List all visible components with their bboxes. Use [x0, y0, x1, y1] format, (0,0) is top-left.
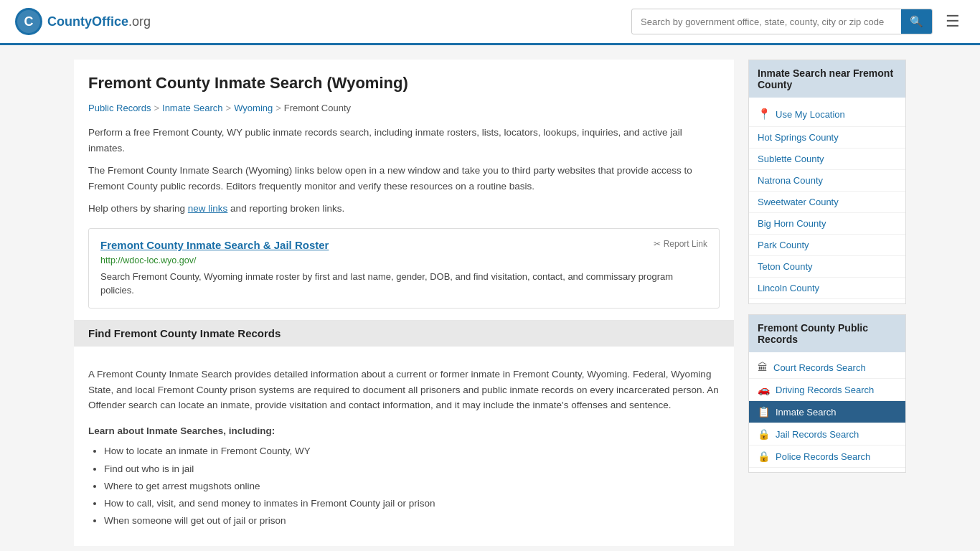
public-records-section-header: Fremont County Public Records	[749, 315, 905, 352]
link-card-title[interactable]: Fremont County Inmate Search & Jail Rost…	[100, 239, 329, 251]
public-records-section: Fremont County Public Records 🏛 Court Re…	[748, 314, 906, 473]
nearby-teton-county[interactable]: Teton County	[749, 256, 905, 278]
public-records-police-search[interactable]: 🔒 Police Records Search	[749, 446, 905, 468]
clipboard-icon: 📋	[758, 406, 770, 418]
nearby-park-county[interactable]: Park County	[749, 235, 905, 256]
find-records-description: A Fremont County Inmate Search provides …	[88, 367, 720, 413]
bullet-item: When someone will get out of jail or pri…	[104, 514, 720, 528]
police-icon: 🔒	[758, 451, 770, 462]
page-title: Fremont County Inmate Search (Wyoming)	[88, 74, 720, 93]
location-pin-icon: 📍	[758, 108, 771, 121]
sidebar: Inmate Search near Fremont County 📍 Use …	[748, 60, 906, 546]
description-paragraph-1: Perform a free Fremont County, WY public…	[88, 125, 720, 156]
link-card-header: Fremont County Inmate Search & Jail Rost…	[100, 239, 707, 251]
site-header: C CountyOffice.org 🔍 ☰	[0, 0, 980, 45]
description-paragraph-3: Help others by sharing new links and rep…	[88, 201, 720, 217]
public-records-section-body: 🏛 Court Records Search 🚗 Driving Records…	[749, 352, 905, 472]
learn-subheading: Learn about Inmate Searches, including:	[88, 423, 720, 439]
court-icon: 🏛	[758, 362, 768, 373]
public-records-jail-search[interactable]: 🔒 Jail Records Search	[749, 423, 905, 446]
nearby-hot-springs-county[interactable]: Hot Springs County	[749, 127, 905, 149]
public-records-inmate-search[interactable]: 📋 Inmate Search	[749, 401, 905, 423]
bullet-item: How to locate an inmate in Fremont Count…	[104, 444, 720, 458]
breadcrumb-fremont-county: Fremont County	[284, 103, 351, 113]
description-paragraph-2: The Fremont County Inmate Search (Wyomin…	[88, 163, 720, 194]
bullet-item: Find out who is in jail	[104, 462, 720, 476]
header-right: 🔍 ☰	[631, 9, 966, 34]
nearby-sweetwater-county[interactable]: Sweetwater County	[749, 192, 905, 213]
use-my-location-link[interactable]: 📍 Use My Location	[749, 102, 905, 127]
learn-bullet-list: How to locate an inmate in Fremont Count…	[88, 444, 720, 528]
breadcrumb-inmate-search[interactable]: Inmate Search	[162, 103, 223, 113]
logo-area: C CountyOffice.org	[14, 7, 151, 36]
report-icon: ✂	[654, 239, 661, 249]
lock-icon: 🔒	[758, 428, 770, 440]
search-button[interactable]: 🔍	[901, 9, 932, 34]
link-card: Fremont County Inmate Search & Jail Rost…	[88, 228, 720, 309]
logo-text: CountyOffice.org	[47, 14, 151, 29]
nearby-section: Inmate Search near Fremont County 📍 Use …	[748, 60, 906, 304]
svg-text:C: C	[24, 14, 34, 29]
bullet-item: Where to get arrest mugshots online	[104, 479, 720, 494]
new-links-link[interactable]: new links	[188, 203, 228, 214]
breadcrumb-wyoming[interactable]: Wyoming	[234, 103, 273, 113]
car-icon: 🚗	[758, 384, 770, 395]
search-bar: 🔍	[631, 9, 933, 34]
nearby-lincoln-county[interactable]: Lincoln County	[749, 278, 905, 299]
nearby-sublette-county[interactable]: Sublette County	[749, 149, 905, 170]
link-description: Search Fremont County, Wyoming inmate ro…	[100, 270, 707, 298]
breadcrumb-public-records[interactable]: Public Records	[88, 103, 151, 113]
description-area: Perform a free Fremont County, WY public…	[88, 125, 720, 217]
site-logo-icon: C	[14, 7, 43, 36]
public-records-driving-search[interactable]: 🚗 Driving Records Search	[749, 379, 905, 401]
find-records-body: A Fremont County Inmate Search provides …	[88, 358, 720, 529]
nearby-section-body: 📍 Use My Location Hot Springs County Sub…	[749, 98, 905, 303]
nearby-big-horn-county[interactable]: Big Horn County	[749, 213, 905, 235]
link-url[interactable]: http://wdoc-loc.wyo.gov/	[100, 255, 707, 265]
main-content: Fremont County Inmate Search (Wyoming) P…	[74, 60, 734, 546]
bullet-item: How to call, visit, and send money to in…	[104, 496, 720, 511]
nearby-natrona-county[interactable]: Natrona County	[749, 170, 905, 192]
search-input[interactable]	[632, 11, 901, 33]
public-records-court-search[interactable]: 🏛 Court Records Search	[749, 357, 905, 379]
find-records-header: Find Fremont County Inmate Records	[74, 320, 734, 347]
hamburger-menu-icon[interactable]: ☰	[940, 9, 966, 34]
report-link-button[interactable]: ✂ Report Link	[654, 239, 707, 249]
nearby-section-header: Inmate Search near Fremont County	[749, 60, 905, 98]
page-container: Fremont County Inmate Search (Wyoming) P…	[60, 45, 920, 551]
breadcrumb: Public Records > Inmate Search > Wyoming…	[88, 103, 720, 113]
